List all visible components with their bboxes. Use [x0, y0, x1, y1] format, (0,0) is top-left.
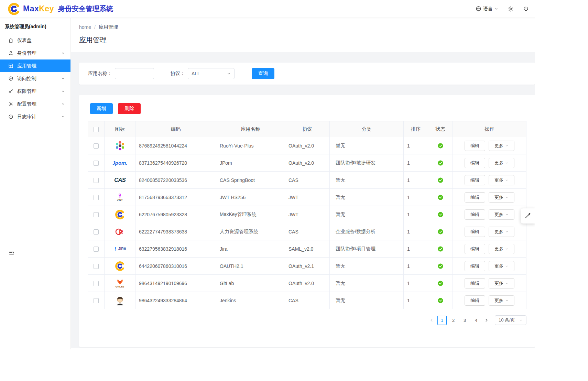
sidebar-item-permission[interactable]: 权限管理 — [0, 85, 70, 98]
delete-button[interactable]: 删除 — [118, 103, 141, 114]
sidebar-item-dashboard[interactable]: 仪表盘 — [0, 34, 70, 47]
maxkey-icon — [114, 260, 126, 272]
maxkey-icon — [114, 209, 126, 220]
page-button-1[interactable]: 1 — [437, 316, 447, 325]
more-button[interactable]: 更多 — [489, 244, 514, 254]
collapse-sidebar-button[interactable] — [8, 249, 15, 257]
table-header-row: 图标 编码 应用名称 协议 分类 排序 状态 操作 — [88, 121, 526, 137]
more-button[interactable]: 更多 — [489, 141, 514, 151]
protocol-select[interactable]: ALL — [188, 68, 235, 79]
sidebar-menu: 仪表盘 身份管理 应用管理 访问控制 权限管理 配置管理 — [0, 34, 70, 123]
chevron-down-icon — [61, 89, 65, 93]
edit-button[interactable]: 编辑 — [465, 244, 485, 254]
app-code: 632279563832918016 — [135, 240, 216, 258]
page-button-3[interactable]: 3 — [460, 316, 469, 325]
sidebar-item-identity[interactable]: 身份管理 — [0, 47, 70, 59]
sidebar-item-access[interactable]: 访问控制 — [0, 72, 70, 85]
chevron-down-icon — [505, 264, 509, 268]
more-button[interactable]: 更多 — [489, 192, 514, 203]
table-row: 622076759805923328 MaxKey管理系统 JWT 暂无 1 编… — [88, 206, 526, 223]
page-size-value: 10 条/页 — [499, 317, 515, 323]
maxkey-logo-icon — [8, 2, 21, 15]
search-button[interactable]: 查询 — [252, 68, 274, 79]
app-category: 企业服务/数据分析 — [330, 223, 404, 240]
edit-button[interactable]: 编辑 — [465, 227, 485, 237]
brand-subtitle: 身份安全管理系统 — [58, 4, 113, 13]
chevron-down-icon — [505, 282, 509, 285]
table-body: 876892492581044224 RuoYi-Vue-Plus OAuth_… — [88, 137, 526, 309]
app-protocol: SAML_v2.0 — [285, 240, 330, 258]
breadcrumb-home[interactable]: home — [79, 24, 91, 30]
chevron-down-icon — [519, 318, 523, 322]
status-enabled-icon — [438, 263, 443, 269]
more-button[interactable]: 更多 — [489, 261, 514, 271]
app-order: 1 — [404, 154, 428, 172]
edit-button[interactable]: 编辑 — [465, 295, 485, 306]
pagination: 1234 10 条/页 — [88, 315, 526, 325]
language-menu[interactable]: 语言 — [476, 6, 498, 12]
edit-button[interactable]: 编辑 — [465, 192, 485, 203]
app-code: 622076759805923328 — [135, 206, 216, 223]
more-button[interactable]: 更多 — [489, 227, 514, 237]
globe-icon — [476, 6, 481, 12]
sidebar-item-config[interactable]: 配置管理 — [0, 98, 70, 110]
app-category: 暂无 — [330, 292, 404, 309]
app-name: Jira — [216, 240, 285, 258]
row-checkbox[interactable] — [94, 264, 99, 269]
table-row: 644220607860310016 OAUTH2.1 OAuth_v2.1 暂… — [88, 258, 526, 275]
app-name-input[interactable] — [115, 68, 154, 79]
edit-button[interactable]: 编辑 — [465, 278, 485, 289]
edit-button[interactable]: 编辑 — [465, 261, 485, 271]
sidebar-item-apps[interactable]: 应用管理 — [0, 59, 70, 72]
add-button[interactable]: 新增 — [90, 103, 113, 114]
theme-tool-button[interactable] — [521, 208, 535, 224]
sidebar-item-audit[interactable]: 日志审计 — [0, 110, 70, 123]
app-category: 暂无 — [330, 258, 404, 275]
row-checkbox[interactable] — [94, 195, 99, 200]
page-header-section: home / 应用管理 应用管理 — [71, 18, 535, 52]
row-checkbox[interactable] — [94, 161, 99, 166]
app-order: 1 — [404, 275, 428, 292]
prev-page-button[interactable] — [428, 317, 435, 324]
app-order: 1 — [404, 258, 428, 275]
page-button-2[interactable]: 2 — [449, 316, 458, 325]
row-checkbox[interactable] — [94, 298, 99, 303]
protocol-label: 协议： — [171, 70, 185, 77]
app-protocol: OAuth_v2.0 — [285, 275, 330, 292]
app-order: 1 — [404, 223, 428, 240]
column-header-actions: 操作 — [453, 121, 526, 137]
edit-button[interactable]: 编辑 — [465, 141, 485, 151]
row-checkbox[interactable] — [94, 247, 99, 252]
current-user-label: 系统管理员(admin) — [0, 18, 70, 34]
row-checkbox[interactable] — [94, 281, 99, 286]
select-all-checkbox[interactable] — [94, 127, 99, 132]
more-button[interactable]: 更多 — [489, 175, 514, 185]
sidebar: 系统管理员(admin) 仪表盘 身份管理 应用管理 访问控制 权限管理 — [0, 18, 71, 349]
table-row: 986432249333284864 Jenkins CAS 暂无 1 编辑 更… — [88, 292, 526, 309]
row-checkbox[interactable] — [94, 178, 99, 183]
app-code: 986431492190109696 — [135, 275, 216, 292]
breadcrumb-separator: / — [94, 24, 96, 30]
hr-icon: R — [114, 226, 126, 238]
edit-button[interactable]: 编辑 — [465, 158, 485, 168]
column-header-order: 排序 — [404, 121, 428, 137]
row-checkbox[interactable] — [94, 212, 99, 217]
more-button[interactable]: 更多 — [489, 209, 514, 220]
edit-button[interactable]: 编辑 — [465, 209, 485, 220]
row-checkbox[interactable] — [94, 229, 99, 235]
settings-icon[interactable] — [508, 6, 514, 12]
app-category: 暂无 — [330, 137, 404, 154]
app-protocol: JWT — [285, 206, 330, 223]
row-checkbox[interactable] — [94, 143, 99, 149]
more-button[interactable]: 更多 — [489, 158, 514, 168]
more-button[interactable]: 更多 — [489, 295, 514, 306]
more-button[interactable]: 更多 — [489, 278, 514, 289]
app-order: 1 — [404, 189, 428, 206]
next-page-button[interactable] — [483, 317, 490, 324]
page-size-select[interactable]: 10 条/页 — [495, 315, 526, 325]
page-button-4[interactable]: 4 — [471, 316, 481, 325]
app-code: 986432249333284864 — [135, 292, 216, 309]
edit-button[interactable]: 编辑 — [465, 175, 485, 185]
column-header-category: 分类 — [330, 121, 404, 137]
logout-icon[interactable] — [523, 6, 529, 12]
